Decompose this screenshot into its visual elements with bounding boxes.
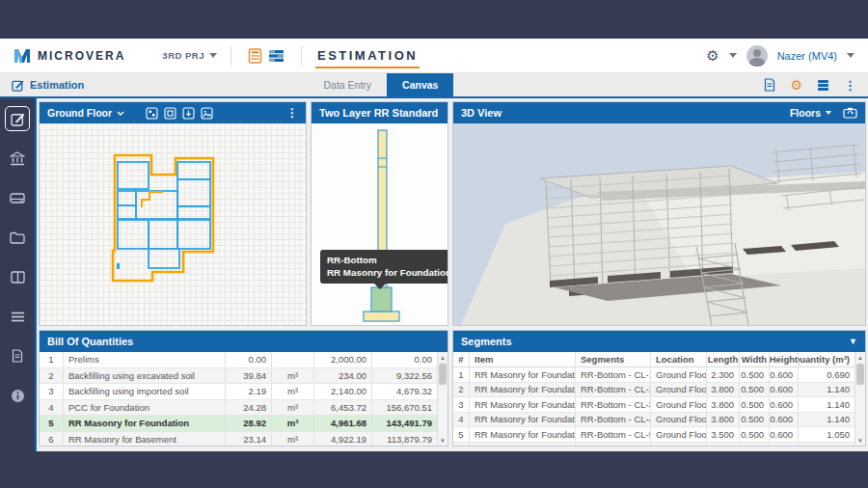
amount-value: 156,670.51	[372, 400, 437, 416]
width-value: 0.500	[740, 383, 770, 397]
segments-table-row[interactable]: 6 RR Masonry for Foundation RR-Bottom - …	[453, 443, 854, 447]
project-selector[interactable]: 3RD PRJ	[162, 50, 217, 61]
scroll-down-icon[interactable]: ▼	[855, 435, 865, 446]
report-document-icon	[12, 349, 23, 363]
sidebar-item-book[interactable]	[5, 264, 30, 289]
location-value: Ground Floor	[651, 427, 707, 442]
scrollbar-thumb[interactable]	[856, 364, 864, 385]
col-header-location: Location	[651, 352, 707, 366]
row-number: 5	[453, 427, 470, 442]
boq-table-row[interactable]: 2 Backfilling using excavated soil 39.84…	[40, 368, 437, 385]
unit-value: m³	[272, 432, 314, 447]
sidebar	[0, 98, 37, 451]
width-value: 0.500	[740, 427, 770, 442]
tab-data-entry-label: Data Entry	[323, 79, 371, 91]
boq-table-row[interactable]: 1 Prelims 0.00 2,000.00 0.00	[40, 352, 437, 368]
sidebar-item-report[interactable]	[5, 343, 30, 368]
kebab-menu-icon[interactable]: ⋮	[844, 79, 856, 92]
sidebar-item-info[interactable]	[5, 383, 30, 408]
book-columns-icon	[11, 271, 25, 284]
rate-value: 2,140.00	[314, 384, 372, 399]
segments-table-row[interactable]: 4 RR Masonry for Foundation RR-Bottom - …	[453, 413, 854, 428]
camera-switch-icon[interactable]	[843, 107, 857, 119]
rate-value: 4,922.19	[314, 432, 372, 447]
location-value: Ground Floor	[651, 383, 707, 397]
width-value: 0.500	[740, 367, 770, 382]
item-name: Prelims	[64, 352, 226, 367]
chevron-down-icon[interactable]	[847, 53, 854, 58]
floor-selector-dropdown[interactable]: Ground Floor	[47, 107, 124, 119]
logo-m-icon	[14, 48, 31, 64]
layers-list-icon[interactable]	[266, 45, 287, 67]
image-export-icon[interactable]	[201, 107, 213, 120]
sidebar-item-bank[interactable]	[5, 146, 30, 171]
rate-value: 2,000.00	[314, 352, 372, 367]
amount-value: 0.00	[372, 352, 437, 367]
sidebar-item-folder[interactable]	[5, 225, 30, 250]
boq-table-row[interactable]: 3 Backfilling using imported soil 2.19 m…	[40, 384, 437, 400]
document-icon[interactable]	[764, 78, 775, 92]
fit-view-icon[interactable]	[146, 107, 158, 120]
hamburger-icon	[11, 312, 25, 322]
view3d-canvas[interactable]	[453, 123, 865, 325]
tab-data-entry[interactable]: Data Entry	[308, 73, 387, 96]
segments-scrollbar[interactable]: ▲ ▼	[854, 352, 865, 446]
project-selector-label: 3RD PRJ	[162, 50, 204, 61]
scroll-up-icon[interactable]: ▲	[438, 352, 448, 363]
boq-table-row[interactable]: 5 RR Masonry for Foundation 28.92 m³ 4,9…	[40, 416, 437, 432]
height-value: 0.600	[770, 383, 799, 397]
amount-value: 113,879.79	[372, 432, 437, 447]
segments-table-row[interactable]: 5 RR Masonry for Foundation RR-Bottom - …	[453, 427, 854, 443]
quantity-value: 23.14	[226, 432, 272, 447]
scroll-up-icon[interactable]: ▲	[855, 352, 865, 363]
tab-canvas[interactable]: Canvas	[387, 73, 453, 96]
bank-icon	[10, 151, 25, 166]
segments-table-row[interactable]: 1 RR Masonry for Foundation RR-Bottom - …	[453, 367, 854, 383]
kebab-menu-icon[interactable]: ⋮	[286, 106, 298, 120]
sidebar-item-menu[interactable]	[5, 304, 30, 329]
location-value: Ground Floor	[651, 443, 707, 447]
boq-table-row[interactable]: 4 PCC for Foundation 24.28 m³ 6,453.72 1…	[40, 400, 437, 417]
settings-gear-icon[interactable]: ⚙	[706, 48, 719, 63]
item-name: RR Masonry for Foundation	[64, 416, 226, 431]
segments-table-row[interactable]: 2 RR Masonry for Foundation RR-Bottom - …	[453, 383, 854, 398]
select-region-icon[interactable]	[164, 107, 176, 120]
download-icon[interactable]	[182, 107, 195, 120]
amount-value: 4,679.32	[372, 384, 437, 399]
quantity-value: 28.92	[226, 416, 272, 431]
calculator-icon[interactable]	[245, 45, 266, 67]
scrollbar-thumb[interactable]	[439, 364, 447, 385]
rate-value: 4,961.68	[314, 416, 372, 431]
view3d-panel: 3D View Floors	[452, 101, 866, 326]
segments-panel: Segments ▼ # Item Segments Location Leng…	[452, 330, 866, 447]
divider	[301, 46, 302, 66]
chevron-down-icon	[117, 111, 124, 116]
floors-dropdown-label: Floors	[790, 107, 821, 119]
gear-icon[interactable]: ⚙	[790, 78, 802, 92]
user-name: Nazer (MV4)	[777, 50, 837, 62]
item-name: Backfilling using excavated soil	[64, 368, 226, 384]
user-avatar[interactable]	[746, 45, 768, 67]
scroll-down-icon[interactable]: ▼	[438, 435, 448, 446]
segment-name: RR-Bottom - CL-2	[576, 383, 651, 397]
segments-table: # Item Segments Location Length Width He…	[453, 352, 854, 446]
quantity-value: 0.00	[226, 352, 272, 367]
chevron-down-icon[interactable]	[729, 53, 737, 58]
standard-canvas[interactable]: RR-Bottom RR Masonry for Foundation	[312, 123, 448, 325]
floors-dropdown[interactable]: Floors	[790, 107, 831, 119]
rate-value: 6,453.72	[314, 400, 372, 416]
item-name: RR Masonry for Foundation	[470, 427, 576, 442]
database-icon[interactable]	[817, 79, 829, 92]
boq-table-row[interactable]: 6 RR Masonry for Basement 23.14 m³ 4,922…	[40, 432, 437, 447]
floor-plan-canvas[interactable]	[40, 123, 306, 325]
sidebar-item-edit[interactable]	[5, 106, 30, 131]
drive-icon	[10, 192, 25, 204]
boq-scrollbar[interactable]: ▲ ▼	[437, 352, 448, 446]
canvas-workspace: Ground Floor	[37, 98, 868, 451]
building-3d-render	[453, 123, 865, 325]
collapse-caret-icon[interactable]: ▼	[849, 337, 857, 346]
quantity-value: 1.050	[799, 427, 854, 442]
sidebar-item-drive[interactable]	[5, 185, 30, 210]
segments-table-row[interactable]: 3 RR Masonry for Foundation RR-Bottom - …	[453, 397, 854, 413]
item-name: RR Masonry for Basement	[64, 432, 226, 447]
